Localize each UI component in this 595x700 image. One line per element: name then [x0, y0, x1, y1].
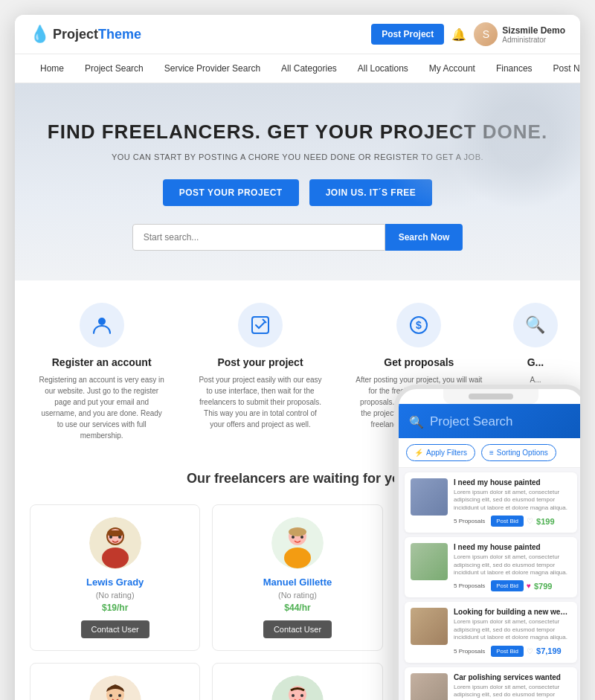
- feature-register: Register an account Registering an accou…: [30, 303, 173, 441]
- contact-btn-0[interactable]: Contact User: [81, 620, 149, 638]
- feature-extra-desc: A...: [513, 374, 558, 385]
- logo-icon: 💧: [30, 25, 50, 44]
- freelancer-avatar-4: [271, 675, 324, 700]
- freelancer-rate-1: $44/hr: [222, 603, 373, 613]
- phone-filters: ⚡ Apply Filters ≡ Sorting Options: [399, 438, 580, 468]
- freelancer-name-0: Lewis Grady: [39, 577, 190, 588]
- bell-icon[interactable]: 🔔: [451, 28, 466, 42]
- post-icon: [238, 303, 283, 347]
- nav-project-search[interactable]: Project Search: [74, 54, 154, 83]
- svg-point-0: [98, 318, 106, 325]
- project-desc-0: Lorem ipsum dolor sit amet, consectetur …: [454, 489, 571, 512]
- svg-point-10: [118, 536, 121, 539]
- phone-notch: [443, 389, 538, 404]
- project-desc-1: Lorem ipsum dolor sit amet, consectetur …: [454, 553, 571, 577]
- freelancer-rate-0: $19/hr: [39, 603, 190, 613]
- project-title-2: Looking for building a new website..: [454, 608, 571, 616]
- post-bid-btn-0[interactable]: Post Bid: [491, 516, 524, 527]
- project-footer-2: 5 Proposals Post Bid ♡ $7,199: [454, 646, 571, 657]
- project-thumb-3: [411, 673, 448, 700]
- user-name-block: Sizsmile Demo Administrator: [502, 25, 565, 44]
- nav-all-categories[interactable]: All Categories: [271, 54, 347, 83]
- heart-icon-1[interactable]: ♥: [527, 582, 531, 590]
- project-list: I need my house painted Lorem ipsum dolo…: [399, 468, 580, 700]
- project-title-1: I need my house painted: [454, 543, 571, 551]
- logo-text: ProjectProjectThemeTheme: [53, 27, 141, 42]
- nav-post-new[interactable]: Post New: [543, 54, 580, 83]
- freelancer-name-1: Manuel Gillette: [222, 577, 373, 588]
- user-name: Sizsmile Demo: [502, 25, 565, 36]
- post-bid-btn-2[interactable]: Post Bid: [491, 646, 524, 657]
- hero-search: Search Now: [30, 224, 565, 251]
- extra-icon: 🔍: [513, 303, 558, 347]
- freelancer-rating-1: (No rating): [222, 591, 373, 600]
- contact-btn-1[interactable]: Contact User: [263, 620, 332, 638]
- svg-rect-1: [252, 317, 268, 333]
- nav-service-provider[interactable]: Service Provider Search: [154, 54, 271, 83]
- svg-rect-8: [108, 530, 123, 536]
- freelancer-avatar-0: [89, 517, 141, 569]
- project-desc-2: Lorem ipsum dolor sit amet, consectetur …: [454, 618, 571, 641]
- proposals-2: 5 Proposals: [454, 648, 485, 655]
- feature-extra-title: G...: [513, 356, 558, 368]
- avatar: S: [474, 22, 498, 46]
- svg-point-30: [292, 694, 295, 697]
- freelancer-avatar-1: [271, 517, 324, 569]
- header-right: Post Project 🔔 S Sizsmile Demo Administr…: [371, 22, 565, 46]
- sort-icon: ≡: [489, 449, 494, 457]
- feature-extra: 🔍 G... A...: [506, 303, 565, 385]
- nav-home[interactable]: Home: [30, 54, 74, 83]
- project-card-2: Looking for building a new website.. Lor…: [405, 602, 577, 662]
- heart-icon-0[interactable]: ♡: [527, 517, 533, 525]
- project-card-0: I need my house painted Lorem ipsum dolo…: [405, 472, 577, 533]
- project-title-0: I need my house painted: [454, 478, 571, 487]
- apply-filters-btn[interactable]: ⚡ Apply Filters: [406, 444, 475, 461]
- proposals-0: 5 Proposals: [454, 518, 485, 524]
- freelancer-rating-0: (No rating): [39, 591, 190, 600]
- nav-all-locations[interactable]: All Locations: [347, 54, 419, 83]
- phone-screen: 🔍 Project Search ⚡ Apply Filters ≡ Sorti…: [399, 404, 580, 700]
- proposals-icon: $: [396, 303, 441, 347]
- feature-post-title: Post your project: [196, 356, 324, 368]
- proposals-1: 5 Proposals: [454, 582, 485, 589]
- search-button[interactable]: Search Now: [385, 224, 463, 251]
- freelancer-card-4: Schwartz Jeffrey (No rating) $54/hr Cont…: [212, 663, 382, 700]
- heart-icon-2[interactable]: ♡: [527, 647, 533, 655]
- site-header: 💧 ProjectProjectThemeTheme Post Project …: [15, 15, 580, 54]
- project-info-3: Car polishing services wanted Lorem ipsu…: [454, 673, 571, 700]
- project-thumb-0: [411, 478, 448, 516]
- svg-text:$: $: [416, 319, 422, 331]
- freelancer-avatar-3: [89, 675, 141, 700]
- post-bid-btn-1[interactable]: Post Bid: [491, 580, 524, 591]
- svg-point-26: [118, 694, 121, 697]
- project-desc-3: Lorem ipsum dolor sit amet, consectetur …: [454, 684, 571, 700]
- project-card-3: Car polishing services wanted Lorem ipsu…: [405, 667, 577, 700]
- project-footer-1: 5 Proposals Post Bid ♥ $799: [454, 580, 571, 591]
- post-project-hero-button[interactable]: POST YOUR PROJECT: [163, 179, 299, 206]
- price-0: $199: [536, 517, 554, 526]
- bg-decor: [387, 121, 506, 210]
- project-title-3: Car polishing services wanted: [454, 673, 571, 681]
- main-content: Register an account Registering an accou…: [15, 280, 580, 700]
- sorting-options-btn[interactable]: ≡ Sorting Options: [481, 444, 556, 461]
- freelancer-card-1: Manuel Gillette (No rating) $44/hr Conta…: [212, 504, 382, 651]
- svg-point-15: [300, 536, 303, 539]
- svg-point-16: [289, 527, 306, 536]
- feature-register-title: Register an account: [37, 356, 166, 368]
- project-info-1: I need my house painted Lorem ipsum dolo…: [454, 543, 571, 591]
- project-card-1: I need my house painted Lorem ipsum dolo…: [405, 537, 577, 597]
- user-role: Administrator: [502, 36, 565, 44]
- svg-point-6: [102, 548, 129, 568]
- search-input[interactable]: [132, 224, 385, 251]
- nav-finances[interactable]: Finances: [486, 54, 543, 83]
- phone-header: 🔍 Project Search: [399, 404, 580, 438]
- nav-my-account[interactable]: My Account: [419, 54, 486, 83]
- project-info-0: I need my house painted Lorem ipsum dolo…: [454, 478, 571, 527]
- svg-point-31: [300, 694, 303, 697]
- post-project-button[interactable]: Post Project: [371, 24, 444, 45]
- freelancer-card-0: Lewis Grady (No rating) $19/hr Contact U…: [30, 504, 200, 651]
- phone-notch-bar: [469, 394, 513, 399]
- project-thumb-2: [411, 608, 448, 645]
- price-2: $7,199: [536, 646, 562, 655]
- feature-post: Post your project Post your project easi…: [188, 303, 332, 430]
